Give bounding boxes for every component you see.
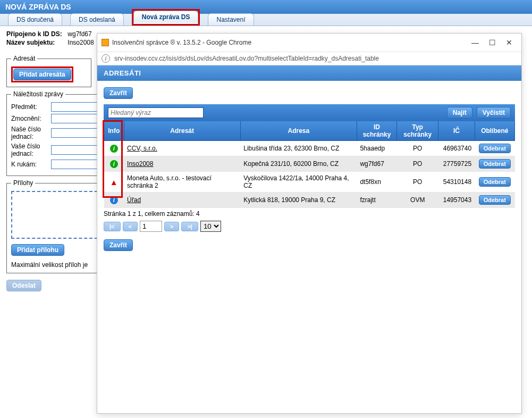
popup-window: Insolvenční správce ® v. 13.5.2 - Google… [97,33,522,414]
input-vase-cj[interactable] [51,145,99,155]
col-ic[interactable]: IČ [438,121,475,141]
pager: |< < > >| 10 [104,221,515,232]
close-window-button[interactable]: ✕ [501,37,517,48]
close-button-bottom[interactable]: Zavřít [104,239,133,251]
cell-adresa: Libušina třída 23, 62300 Brno, CZ [240,141,357,156]
cell-id: 5haaedp [357,141,396,156]
odebrat-button[interactable]: Odebrat [479,195,511,205]
minimize-button[interactable]: — [467,37,483,48]
cell-typ: PO [397,172,438,193]
label-vase-cj: Vaše číslo jednací: [11,143,51,157]
warning-icon[interactable]: ▲ [110,178,118,187]
maximize-button[interactable]: ☐ [484,37,500,48]
close-button-top[interactable]: Zavřít [104,87,133,99]
cell-adresa: Kytlická 818, 19000 Praha 9, CZ [240,193,357,208]
conn-id-value: wg7fd67 [67,30,91,38]
adresati-table: Info Adresát Adresa ID schránky Typ schr… [104,121,515,208]
cell-ic: 46963740 [438,141,475,156]
input-predmet[interactable] [51,102,99,112]
address-bar: i srv-insodev.ccv.cz/isis/ds/dsLov/dsAdr… [97,52,521,65]
tab-dorucena[interactable]: DS doručená [8,13,62,26]
popup-titlebar: Insolvenční správce ® v. 13.5.2 - Google… [97,34,521,52]
cell-adresa: Kopečná 231/10, 60200 Brno, CZ [240,156,357,172]
info-icon[interactable]: i [110,196,118,204]
pager-summary: Stránka 1 z 1, celkem záznamů: 4 [104,210,515,218]
input-nase-cj[interactable] [51,128,99,138]
label-predmet: Předmět: [11,103,51,111]
conn-name-label: Název subjektu: [6,39,66,46]
legend-nalezitosti: Náležitosti zprávy [11,90,65,98]
highlight-add-adresat: Přidat adresáta [11,66,73,82]
table-toolbar: Najít Vyčistit [104,104,515,121]
page-title: NOVÁ ZPRÁVA DS [0,0,532,14]
pager-last[interactable]: >| [181,222,198,231]
col-oblibene[interactable]: Oblíbené [475,121,514,141]
cell-id: dt5f8xn [357,172,396,193]
popup-title: Insolvenční správce ® v. 13.5.2 - Google… [112,39,466,46]
pager-page-input[interactable] [140,221,162,232]
tab-nova-zprava[interactable]: Nová zpráva DS [133,11,199,24]
favicon-icon [102,39,109,46]
find-button[interactable]: Najít [447,107,472,119]
table-row: iInso2008Kopečná 231/10, 60200 Brno, CZw… [104,156,515,172]
col-idschranky[interactable]: ID schránky [357,121,396,141]
label-krukam: K rukám: [11,161,51,168]
highlight-active-tab: Nová zpráva DS [132,9,200,26]
col-info[interactable]: Info [104,121,124,141]
site-info-icon[interactable]: i [102,54,110,63]
cell-ic: 27759725 [438,156,475,172]
info-icon[interactable]: i [110,160,118,168]
conn-id-label: Připojeno k ID DS: [6,30,66,38]
adresat-text: Moneta Auto, s.r.o. - testovací schránka… [127,174,212,189]
adresat-link[interactable]: Inso2008 [127,160,153,168]
cell-ic: 54310148 [438,172,475,193]
url-text: srv-insodev.ccv.cz/isis/ds/dsLov/dsAdres… [114,55,379,62]
info-icon[interactable]: i [110,145,118,153]
add-adresat-button[interactable]: Přidat adresáta [13,69,71,80]
cell-id: wg7fd67 [357,156,396,172]
col-adresa[interactable]: Adresa [240,121,357,141]
odebrat-button[interactable]: Odebrat [479,159,511,169]
fieldset-nalezitosti: Náležitosti zprávy Předmět: Zmocnění: Na… [6,90,104,176]
col-adresat[interactable]: Adresát [124,121,240,141]
cell-ic: 14957043 [438,193,475,208]
col-typ[interactable]: Typ schránky [397,121,438,141]
label-zmocneni: Zmocnění: [11,115,51,122]
tab-nastaveni[interactable]: Nastavení [208,13,254,26]
table-row: iCCV, s.r.o.Libušina třída 23, 62300 Brn… [104,141,515,156]
odebrat-button[interactable]: Odebrat [479,177,511,187]
search-input[interactable] [108,107,204,118]
popup-heading: ADRESÁTI [97,65,521,81]
pager-prev[interactable]: < [123,222,138,231]
label-nase-cj: Naše číslo jednací: [11,126,51,140]
cell-adresa: Vyskočilova 1422/1a, 14000 Praha 4, CZ [240,172,357,193]
table-row: ▲Moneta Auto, s.r.o. - testovací schránk… [104,172,515,193]
tab-bar: DS doručená DS odeslaná Nová zpráva DS N… [0,14,532,26]
clear-button[interactable]: Vyčistit [477,107,511,119]
legend-adresat: Adresát [11,55,37,62]
odebrat-button[interactable]: Odebrat [479,144,511,153]
pager-next[interactable]: > [164,222,179,231]
fieldset-adresat: Adresát Přidat adresáta [6,55,91,87]
cell-typ: PO [397,156,438,172]
cell-typ: OVM [397,193,438,208]
adresat-link[interactable]: CCV, s.r.o. [127,145,157,152]
input-zmocneni[interactable] [51,114,99,123]
adresat-link[interactable]: Úřad [127,196,141,204]
add-priloha-button[interactable]: Přidat přílohu [11,244,64,256]
conn-name-value: Inso2008 [67,39,94,46]
tab-odeslana[interactable]: DS odeslaná [70,13,124,26]
pager-size-select[interactable]: 10 [200,221,221,232]
table-row: iÚřadKytlická 818, 19000 Praha 9, CZfzra… [104,193,515,208]
pager-first[interactable]: |< [104,222,121,231]
send-button[interactable]: Odeslat [6,280,41,291]
cell-id: fzrajtt [357,193,396,208]
legend-prilohy: Přílohy [11,179,35,187]
cell-typ: PO [397,141,438,156]
input-krukam[interactable] [51,160,99,169]
